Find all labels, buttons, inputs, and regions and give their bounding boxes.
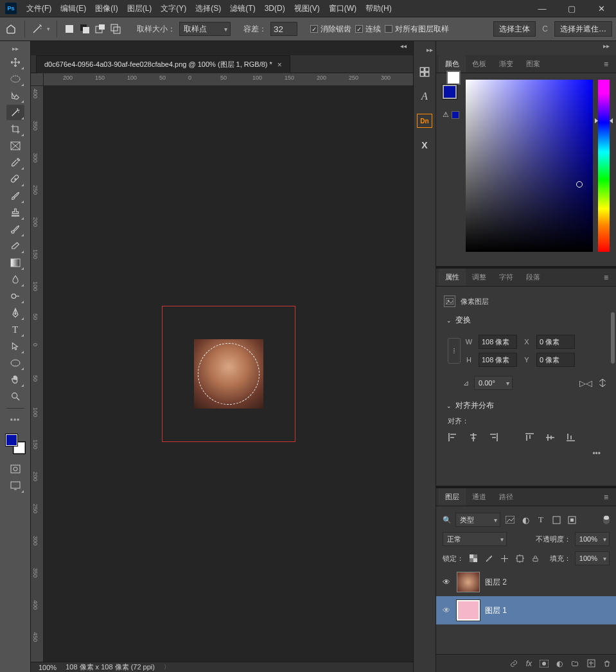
layer-thumbnail[interactable] (457, 572, 480, 592)
hand-tool[interactable] (6, 372, 24, 387)
more-align-icon[interactable]: ••• (444, 447, 608, 461)
color-field[interactable] (466, 80, 593, 252)
select-and-mask-button[interactable]: 选择并遮住… (554, 21, 612, 37)
menu-edit[interactable]: 编辑(E) (56, 1, 91, 17)
filter-pixel-icon[interactable] (504, 514, 516, 526)
align-right-icon[interactable] (488, 431, 499, 443)
flip-horizontal-icon[interactable]: ▷◁ (580, 377, 592, 389)
new-layer-icon[interactable] (587, 659, 595, 668)
menu-3d[interactable]: 3D(D) (260, 1, 290, 15)
path-select-tool[interactable] (6, 339, 24, 354)
menu-select[interactable]: 选择(S) (191, 1, 225, 17)
screen-mode-toggle[interactable] (6, 478, 24, 493)
menu-filter[interactable]: 滤镜(T) (225, 1, 260, 17)
tab-color[interactable]: 颜色 (439, 55, 466, 73)
quick-mask-toggle[interactable] (6, 461, 24, 477)
menu-file[interactable]: 文件(F) (22, 1, 56, 17)
lasso-tool[interactable] (6, 88, 24, 103)
blur-tool[interactable] (6, 272, 24, 287)
width-input[interactable] (479, 335, 517, 349)
filter-text-icon[interactable]: T (535, 514, 547, 526)
menu-type[interactable]: 文字(Y) (156, 1, 191, 17)
pen-tool[interactable] (6, 305, 24, 321)
align-hcenter-icon[interactable] (467, 431, 479, 443)
bg-swatch[interactable] (446, 71, 461, 85)
refresh-icon[interactable]: C (540, 24, 550, 33)
magic-wand-tool[interactable] (6, 105, 24, 120)
zoom-tool[interactable] (6, 389, 24, 404)
search-icon[interactable]: 🔍 (443, 516, 452, 524)
lock-position-icon[interactable] (498, 553, 510, 564)
fx-icon[interactable]: fx (526, 659, 532, 668)
gamut-warning-icon[interactable]: ⚠ (443, 111, 449, 119)
move-tool[interactable] (6, 55, 24, 70)
tab-layers[interactable]: 图层 (439, 488, 466, 506)
healing-tool[interactable] (6, 172, 24, 187)
align-collapse-icon[interactable]: ⌄ (446, 403, 452, 409)
eraser-tool[interactable] (6, 238, 24, 254)
canvas[interactable] (44, 86, 413, 662)
tab-pattern[interactable]: 图案 (520, 55, 547, 73)
properties-scrollbar[interactable] (611, 312, 615, 364)
opacity-input[interactable]: 100% (575, 532, 610, 546)
layer-item-1[interactable]: 👁 图层 1 (436, 596, 616, 624)
visibility-toggle[interactable]: 👁 (443, 606, 452, 615)
properties-panel-menu-icon[interactable]: ≡ (599, 270, 613, 285)
intersect-selection-icon[interactable] (110, 23, 121, 35)
fill-input[interactable]: 100% (575, 551, 610, 565)
marquee-tool[interactable] (6, 71, 24, 87)
group-icon[interactable] (570, 660, 579, 668)
tab-paragraph[interactable]: 段落 (520, 269, 547, 286)
tab-properties[interactable]: 属性 (439, 269, 466, 286)
link-wh-icon[interactable] (448, 338, 461, 364)
hue-slider[interactable] (598, 80, 610, 252)
lock-transparency-icon[interactable] (468, 553, 479, 564)
align-bottom-icon[interactable] (565, 431, 576, 443)
dimension-panel-icon[interactable]: Dn (417, 114, 432, 128)
tab-channels[interactable]: 通道 (466, 488, 493, 506)
color-field-cursor[interactable] (576, 181, 583, 188)
tab-paths[interactable]: 路径 (493, 488, 520, 506)
status-flyout-icon[interactable]: 〉 (164, 663, 170, 671)
layer-name[interactable]: 图层 1 (485, 605, 507, 616)
close-panel-icon[interactable]: X (417, 138, 432, 152)
text-tool[interactable]: T (6, 322, 24, 337)
subtract-selection-icon[interactable] (94, 23, 106, 35)
crop-tool[interactable] (6, 121, 24, 137)
tab-gradient[interactable]: 渐变 (493, 55, 520, 73)
new-selection-icon[interactable] (64, 23, 75, 35)
menu-help[interactable]: 帮助(H) (361, 1, 396, 17)
add-selection-icon[interactable] (79, 23, 91, 35)
lock-artboard-icon[interactable] (514, 553, 525, 564)
ruler-corner[interactable] (31, 73, 44, 86)
libraries-panel-icon[interactable] (417, 65, 432, 79)
tolerance-input[interactable] (270, 22, 297, 36)
menu-view[interactable]: 视图(V) (290, 1, 324, 17)
vertical-ruler[interactable]: 400 350 300 250 200 150 100 50 0 50 100 … (31, 86, 44, 662)
close-tab-icon[interactable]: × (277, 60, 282, 69)
tab-swatches[interactable]: 色板 (466, 55, 493, 73)
tab-character[interactable]: 字符 (493, 269, 520, 286)
magic-wand-tool-icon[interactable] (31, 23, 43, 35)
stamp-tool[interactable] (6, 205, 24, 220)
lock-image-icon[interactable] (483, 553, 495, 564)
minimize-button[interactable]: — (527, 0, 557, 17)
filter-type-dropdown[interactable]: 类型 (455, 513, 500, 527)
color-panel-menu-icon[interactable]: ≡ (599, 57, 613, 71)
doc-dimensions[interactable]: 108 像素 x 108 像素 (72 ppi) (66, 662, 155, 672)
document-tab[interactable]: d0c676e4-0956-4a03-90af-fee028cfabe4.png… (36, 55, 290, 73)
flip-vertical-icon[interactable] (597, 377, 608, 389)
shape-tool[interactable] (6, 355, 24, 371)
dodge-tool[interactable] (6, 288, 24, 304)
align-left-icon[interactable] (446, 431, 458, 443)
visibility-toggle[interactable]: 👁 (443, 578, 452, 587)
panel-collapse-left[interactable]: ◂◂ (398, 41, 409, 51)
edit-toolbar[interactable]: ••• (6, 412, 24, 428)
menu-layer[interactable]: 图层(L) (123, 1, 157, 17)
history-brush-tool[interactable] (6, 222, 24, 237)
filter-shape-icon[interactable] (550, 514, 562, 526)
eyedropper-tool[interactable] (6, 155, 24, 170)
contiguous-checkbox[interactable]: ✓连续 (355, 24, 381, 35)
antialias-checkbox[interactable]: ✓消除锯齿 (310, 24, 351, 35)
mask-icon[interactable] (540, 660, 549, 668)
